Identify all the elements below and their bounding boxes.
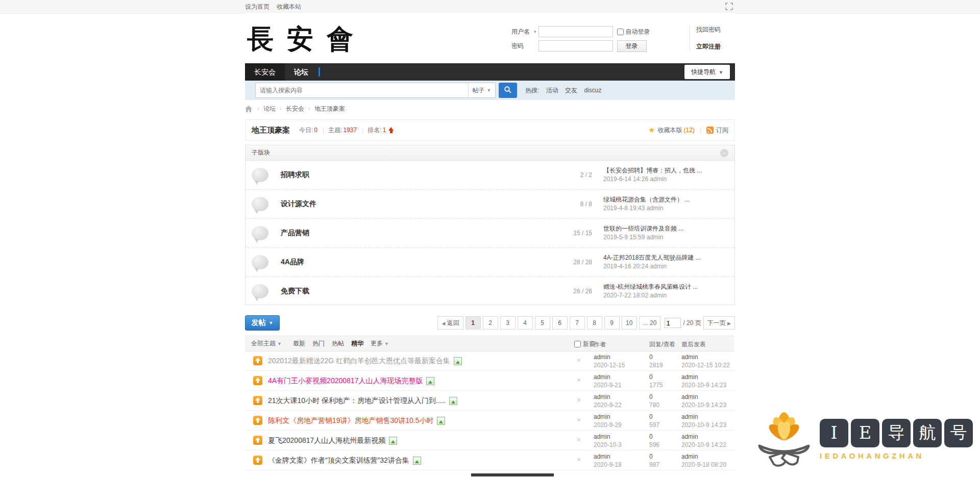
subforum-link-marketing[interactable]: 产品营销 — [281, 229, 309, 238]
subforum-lastpost-title[interactable]: 绿城桃花源合集（含源文件） ... — [603, 195, 728, 204]
lastpost-date[interactable]: 2020-12-15 10:22 — [681, 362, 730, 369]
thread-date: 2020-10-3 — [594, 441, 622, 448]
subforum-lastpost-title[interactable]: 世联的一些培训课件及音频 ... — [603, 224, 728, 233]
register-link[interactable]: 立即注册 — [696, 42, 730, 51]
thread-title[interactable]: 21次大课10小时 保利地产：房地产设计管理从入门到..... — [268, 396, 457, 406]
find-password-link[interactable]: 找回密码 — [696, 26, 730, 34]
new-window-option[interactable]: 新窗 — [574, 340, 595, 348]
lastpost-author[interactable]: admin — [681, 433, 698, 440]
hot-term-discuz[interactable]: discuz — [584, 87, 601, 94]
thread-title[interactable]: 4A有门王小赛视频20200817人山人海现场完整版 — [268, 376, 434, 386]
auto-login-option[interactable]: 自动登录 — [617, 28, 650, 36]
quick-nav-button[interactable]: 快捷导航▼ — [684, 65, 730, 79]
lastpost-author[interactable]: admin — [681, 453, 698, 460]
lastpost-date[interactable]: 2020-10-9 14:23 — [681, 401, 726, 409]
thread-author[interactable]: admin — [594, 413, 610, 420]
thread-author[interactable]: admin — [594, 354, 610, 361]
search-type-select[interactable]: 帖子▼ — [468, 83, 495, 97]
thread-author[interactable]: admin — [594, 393, 610, 400]
subforum-lastpost-meta: 2019-6-14 14:26 admin — [603, 175, 667, 183]
thread-title[interactable]: 夏飞20200817人山人海杭州最新视频 — [268, 436, 397, 445]
subforum-lastpost-title[interactable]: 4A-正邦2018百度无人驾驶品牌建 ... — [603, 254, 728, 262]
page-button-9[interactable]: 9 — [604, 316, 620, 330]
subforum-lastpost-title[interactable]: 赠送-杭州绿城桃李春风策略设计 ... — [603, 283, 728, 291]
lastpost-date[interactable]: 2020-10-9 14:23 — [681, 382, 726, 389]
login-button[interactable]: 登录 — [617, 40, 647, 52]
image-attachment-icon — [413, 457, 421, 465]
lastpost-author[interactable]: admin — [681, 393, 698, 400]
close-icon[interactable]: × — [577, 356, 581, 364]
page-button-2[interactable]: 2 — [483, 316, 498, 330]
fullscreen-icon[interactable] — [725, 3, 733, 10]
back-button[interactable]: ◀ 返回 — [437, 316, 463, 330]
subforum-link-jobs[interactable]: 招聘求职 — [281, 170, 309, 180]
close-icon[interactable]: × — [577, 436, 581, 444]
filter-hot-threads[interactable]: 热帖 — [332, 339, 344, 348]
thread-author[interactable]: admin — [594, 453, 610, 460]
filter-more[interactable]: 更多▼ — [371, 339, 389, 348]
page-button-4[interactable]: 4 — [518, 316, 533, 330]
close-icon[interactable]: × — [577, 456, 581, 464]
auto-login-checkbox[interactable] — [617, 29, 624, 35]
favorite-board-link[interactable]: 收藏本版 — [658, 126, 682, 135]
thread-author[interactable]: admin — [594, 433, 610, 440]
search-button[interactable] — [499, 83, 517, 98]
lastpost-author[interactable]: admin — [681, 373, 698, 381]
breadcrumb-current[interactable]: 地王顶豪案 — [314, 105, 345, 113]
next-page-button[interactable]: 下一页 ▶ — [703, 316, 735, 330]
filter-latest[interactable]: 最新 — [293, 339, 305, 348]
filter-hot[interactable]: 热门 — [312, 339, 325, 348]
bookmark-site-link[interactable]: 收藏本站 — [277, 3, 301, 11]
page-button-5[interactable]: 5 — [535, 316, 550, 330]
set-homepage-link[interactable]: 设为首页 — [245, 3, 270, 11]
page-button-1[interactable]: 1 — [465, 316, 481, 330]
thread-author[interactable]: admin — [594, 373, 610, 381]
page-button-6[interactable]: 6 — [552, 316, 568, 330]
thread-replies: 0 — [649, 393, 653, 400]
home-icon[interactable] — [245, 106, 252, 112]
subforum-link-design[interactable]: 设计源文件 — [281, 199, 316, 209]
site-logo[interactable]: 長安會 — [247, 21, 366, 57]
thread-title[interactable]: 陈利文《房地产营销19讲》房地产销售30讲10.5小时 — [268, 416, 445, 425]
thread-views: 597 — [649, 421, 659, 429]
username-dropdown-icon[interactable]: ▾ — [534, 29, 536, 34]
subforum-link-free-download[interactable]: 免费下载 — [281, 287, 309, 296]
today-label: 今日: — [299, 126, 313, 135]
close-icon[interactable]: × — [577, 376, 581, 384]
page-button-3[interactable]: 3 — [500, 316, 516, 330]
username-input[interactable] — [538, 26, 613, 37]
nav-item-forum[interactable]: 论坛 — [285, 63, 317, 81]
subforum-lastpost-title[interactable]: 【长安会招聘】博睿：招人，也挑 ... — [603, 166, 728, 175]
hot-term-friends[interactable]: 交友 — [565, 87, 577, 94]
hot-term-activity[interactable]: 活动 — [546, 87, 558, 94]
subforum-link-4a-brand[interactable]: 4A品牌 — [281, 258, 304, 267]
thread-title[interactable]: 《金牌文案》作者“顶尖文案训练营”32讲合集 — [268, 456, 421, 465]
lastpost-date[interactable]: 2020-9-18 08:20 — [681, 461, 726, 468]
breadcrumb-changanhui[interactable]: 长安会 — [286, 105, 304, 113]
nav-item-home[interactable]: 长安会 — [245, 63, 285, 81]
lastpost-author[interactable]: admin — [681, 413, 698, 420]
thread-row-partial — [245, 470, 735, 476]
subscribe-link[interactable]: 订阅 — [716, 126, 728, 135]
lastpost-date[interactable]: 2020-10-9 14:23 — [681, 421, 726, 429]
breadcrumb-forum[interactable]: 论坛 — [263, 105, 276, 113]
lastpost-date[interactable]: 2020-10-9 14:22 — [681, 441, 726, 448]
collapse-button[interactable]: − — [720, 149, 728, 157]
page-button-10[interactable]: 10 — [622, 316, 637, 330]
filter-digest[interactable]: 精华 — [351, 339, 363, 348]
close-icon[interactable]: × — [577, 416, 581, 424]
thread-title[interactable]: 202012最新赠送22G 红鹤白羊创邑大恩优点等最新案合集 — [268, 357, 462, 366]
page-button-7[interactable]: 7 — [570, 316, 585, 330]
search-input[interactable] — [256, 84, 468, 96]
filter-all-topics[interactable]: 全部主题▼ — [251, 339, 282, 348]
new-post-button[interactable]: 发帖▼ — [245, 315, 280, 331]
page-button-last[interactable]: ... 20 — [639, 316, 661, 330]
new-window-checkbox[interactable] — [574, 341, 581, 347]
close-icon[interactable]: × — [577, 396, 581, 404]
subforum-lastpost-meta: 2019-4-8 19:43 admin — [603, 205, 663, 212]
search-bar: 帖子▼ 热搜: 活动 交友 discuz — [245, 81, 735, 100]
password-input[interactable] — [538, 40, 613, 52]
lastpost-author[interactable]: admin — [681, 354, 698, 361]
page-jump-input[interactable] — [665, 318, 681, 328]
page-button-8[interactable]: 8 — [587, 316, 602, 330]
